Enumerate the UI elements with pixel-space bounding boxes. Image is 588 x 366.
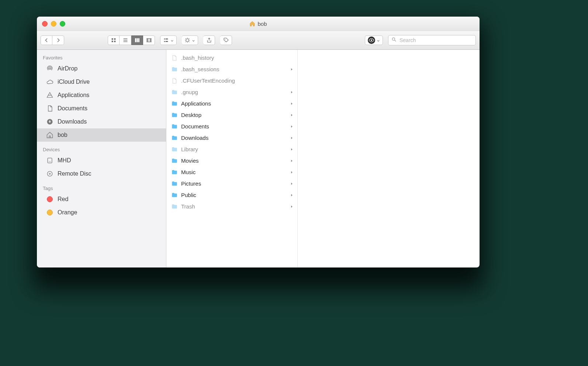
file-icon [171, 77, 178, 84]
sidebar-item-label: Downloads [58, 118, 87, 125]
svg-rect-12 [151, 38, 151, 42]
list-view-button[interactable] [120, 35, 131, 45]
folder-icon [171, 123, 178, 130]
file-name: Library [181, 146, 287, 152]
file-row[interactable]: .bash_sessions [166, 63, 297, 75]
file-name: Downloads [181, 135, 287, 141]
svg-rect-15 [166, 38, 168, 39]
sidebar-item-label: Documents [58, 105, 87, 112]
toolbar [37, 31, 480, 50]
chevron-right-icon [290, 158, 294, 164]
svg-rect-13 [164, 38, 165, 39]
svg-rect-0 [112, 38, 113, 40]
svg-point-27 [371, 39, 372, 41]
file-name: .bash_sessions [181, 66, 287, 72]
sidebar-item-label: Applications [58, 92, 89, 99]
chevron-right-icon [290, 89, 294, 95]
chevron-right-icon [290, 169, 294, 175]
disk-icon [46, 156, 54, 165]
svg-point-34 [47, 171, 52, 176]
folder-icon [171, 134, 178, 142]
sidebar-item-home[interactable]: bob [37, 128, 166, 142]
applications-icon [46, 91, 54, 99]
gallery-view-button[interactable] [143, 35, 155, 45]
chevron-down-icon [170, 37, 174, 44]
sidebar-item-downloads[interactable]: Downloads [37, 115, 166, 128]
file-row[interactable]: Documents [166, 121, 297, 132]
view-mode-buttons [108, 35, 155, 45]
svg-line-29 [395, 40, 396, 42]
svg-point-28 [392, 38, 395, 40]
chevron-right-icon [290, 146, 294, 152]
search-field[interactable] [388, 35, 476, 45]
search-input[interactable] [399, 37, 473, 44]
documents-icon [46, 104, 54, 113]
file-column-empty [298, 50, 480, 267]
file-row[interactable]: .CFUserTextEncoding [166, 75, 297, 86]
downloads-icon [46, 118, 54, 126]
finder-window: bob [37, 17, 480, 267]
sidebar-item-applications[interactable]: Applications [37, 89, 166, 102]
sidebar: Favorites AirDrop iCloud Drive [37, 50, 166, 267]
chevron-right-icon [290, 100, 294, 107]
sidebar-item-remote-disc[interactable]: Remote Disc [37, 167, 166, 180]
nav-buttons [41, 35, 64, 45]
svg-rect-7 [135, 38, 136, 42]
column-view-button[interactable] [131, 35, 143, 45]
share-button[interactable] [203, 35, 215, 45]
file-row[interactable]: .bash_history [166, 52, 297, 63]
file-row[interactable]: .gnupg [166, 86, 297, 98]
svg-point-35 [49, 173, 50, 174]
file-row[interactable]: Downloads [166, 132, 297, 144]
file-name: Public [181, 192, 287, 198]
sidebar-item-documents[interactable]: Documents [37, 102, 166, 115]
forward-button[interactable] [52, 35, 64, 45]
group-by-button[interactable] [160, 35, 177, 45]
sidebar-item-disk[interactable]: MHD [37, 154, 166, 167]
sidebar-item-icloud-drive[interactable]: iCloud Drive [37, 75, 166, 89]
file-row[interactable]: Pictures [166, 178, 297, 189]
folder-icon [171, 157, 178, 165]
file-row[interactable]: Public [166, 189, 297, 201]
sidebar-heading-tags: Tags [37, 184, 166, 193]
folder-icon [171, 203, 178, 210]
window-close-button[interactable] [42, 21, 48, 27]
svg-rect-16 [166, 41, 168, 42]
sidebar-tag-red[interactable]: Red [37, 193, 166, 206]
sidebar-item-label: Remote Disc [58, 170, 91, 177]
file-row[interactable]: Applications [166, 98, 297, 109]
window-zoom-button[interactable] [60, 21, 65, 27]
back-button[interactable] [41, 35, 52, 45]
svg-rect-33 [49, 161, 51, 162]
window-title-text: bob [257, 21, 267, 27]
file-name: Pictures [181, 180, 287, 187]
sidebar-tag-orange[interactable]: Orange [37, 206, 166, 219]
folder-icon [171, 100, 178, 107]
chevron-right-icon [290, 135, 294, 141]
sidebar-item-label: AirDrop [58, 65, 77, 72]
svg-line-22 [186, 38, 186, 39]
svg-line-25 [188, 38, 189, 39]
file-row[interactable]: Desktop [166, 109, 297, 121]
titlebar: bob [37, 17, 480, 31]
folder-icon [171, 66, 178, 73]
svg-rect-10 [147, 38, 148, 42]
action-menu-button[interactable] [182, 35, 198, 45]
window-minimize-button[interactable] [51, 21, 56, 27]
file-row[interactable]: Trash [166, 201, 297, 212]
hidden-files-toggle[interactable] [365, 35, 383, 45]
svg-point-30 [49, 68, 51, 69]
sidebar-item-label: iCloud Drive [58, 79, 90, 85]
icon-view-button[interactable] [108, 35, 120, 45]
file-row[interactable]: Movies [166, 155, 297, 166]
chevron-right-icon [290, 180, 294, 187]
tags-button[interactable] [220, 35, 232, 45]
sidebar-item-label: bob [58, 132, 68, 138]
file-name: Trash [181, 203, 287, 210]
file-row[interactable]: Library [166, 144, 297, 155]
svg-point-26 [225, 39, 225, 39]
file-name: Movies [181, 158, 287, 164]
sidebar-heading-favorites: Favorites [37, 53, 166, 62]
file-row[interactable]: Music [166, 166, 297, 178]
sidebar-item-airdrop[interactable]: AirDrop [37, 62, 166, 75]
